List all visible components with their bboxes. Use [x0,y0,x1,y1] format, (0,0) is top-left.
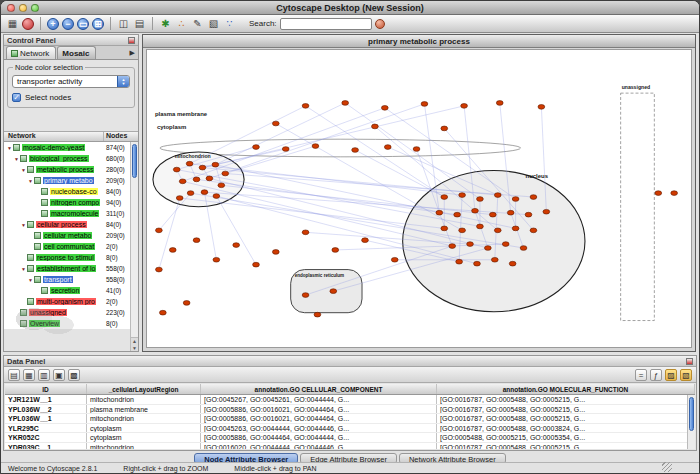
network-node[interactable] [187,191,194,196]
network-node[interactable] [477,224,484,229]
expander-icon[interactable]: ▼ [27,277,34,283]
table-row[interactable]: YKR052Ccytoplasm[GO:0005886, GO:0044464,… [5,433,695,443]
annotation-icon[interactable]: ✎ [191,17,204,30]
table-cell[interactable]: [GO:0045267, GO:0045261, GO:0044444, G..… [201,395,437,404]
import-attributes-icon[interactable]: ▨ [665,369,677,381]
search-input[interactable] [280,18,372,30]
new-attribute-icon[interactable]: ▦ [23,369,35,381]
table-cell[interactable]: YPL036W__1 [5,414,87,423]
network-node[interactable] [502,242,509,247]
table-cell[interactable]: [GO:0016020, GO:0044444, GO:0044446, G..… [201,443,437,450]
table-row[interactable]: YDR039C__1mitochondrion[GO:0016020, GO:0… [5,443,695,450]
tree-row[interactable]: cell communicat2(0) [4,241,138,252]
network-node[interactable] [314,312,321,317]
network-node[interactable] [342,101,349,106]
tree-row[interactable]: ▼transport558(0) [4,274,138,285]
table-cell[interactable]: [GO:0016787, GO:0005488, GO:0005215, G..… [437,443,695,450]
network-node[interactable] [472,208,479,213]
network-node[interactable] [384,145,391,150]
table-cell[interactable]: mitochondrion [87,443,201,450]
search-options-icon[interactable] [375,19,385,29]
tree-column-network[interactable]: Network [4,132,104,141]
network-node[interactable] [193,238,200,243]
zoom-to-fit-icon[interactable]: ⊞ [92,18,104,30]
node-color-dropdown[interactable]: transporter activity ▲▼ [12,75,130,88]
network-node[interactable] [176,196,183,201]
network-node[interactable] [199,165,206,170]
select-attributes-icon[interactable]: ▤ [8,369,20,381]
network-node[interactable] [272,250,279,255]
network-node[interactable] [213,257,220,262]
network-node[interactable] [441,226,448,231]
network-node[interactable] [362,238,369,243]
network-node[interactable] [671,191,678,196]
network-node[interactable] [330,289,337,294]
network-edge[interactable] [345,103,480,199]
table-cell[interactable]: [GO:0005488, GO:0005215, GO:0005354, G..… [437,433,695,442]
tree-row[interactable]: macromolecule311(0) [4,208,138,219]
network-node[interactable] [512,197,519,202]
network-node[interactable] [494,193,501,198]
network-node[interactable] [509,261,516,266]
float-panel-icon[interactable] [128,37,135,44]
column-header[interactable]: ID [5,384,87,394]
network-node[interactable] [183,301,190,306]
network-node[interactable] [491,257,498,262]
tree-row[interactable]: ▼cellular process84(0) [4,219,138,230]
table-cell[interactable]: [GO:0016787, GO:0005488, GO:0005215, G..… [437,405,695,414]
close-window-button[interactable] [7,4,15,12]
network-node[interactable] [512,226,519,231]
network-node[interactable] [454,212,461,217]
network-node[interactable] [253,262,260,267]
expander-icon[interactable]: ▼ [20,222,27,228]
network-overview-icon[interactable]: ◫ [117,17,130,30]
network-node[interactable] [655,191,662,196]
layout-icon[interactable]: ∴ [175,17,188,30]
table-cell[interactable]: cytoplasm [87,433,201,442]
network-node[interactable] [312,144,319,149]
float-data-panel-icon[interactable] [686,358,693,365]
tree-row[interactable]: nucleobase-co84(0) [4,186,138,197]
network-node[interactable] [456,259,463,264]
table-cell[interactable]: [GO:0045263, GO:0044444, GO:0044446, G..… [201,424,437,433]
network-node[interactable] [421,102,428,107]
tree-row[interactable]: ▼establishment of lo558(0) [4,263,138,274]
open-session-icon[interactable]: ▦ [6,17,19,30]
function-builder-icon[interactable]: ƒ [650,369,662,381]
network-node[interactable] [186,161,193,166]
scrollbar-arrows-icon[interactable]: ▲▼ [131,337,138,351]
delete-attribute-icon[interactable]: ▥ [38,369,50,381]
table-cell[interactable]: YDR039C__1 [5,443,87,450]
network-node[interactable] [543,209,550,214]
table-scrollbar[interactable] [687,395,695,449]
network-node[interactable] [530,195,537,200]
network-edge[interactable] [159,198,180,270]
network-edge[interactable] [215,103,345,165]
network-node[interactable] [302,293,309,298]
network-node[interactable] [218,183,225,188]
network-node[interactable] [459,193,466,198]
network-node[interactable] [159,310,166,315]
network-node[interactable] [459,228,466,233]
network-node[interactable] [494,228,501,233]
network-node[interactable] [222,171,229,176]
network-node[interactable] [461,104,468,109]
network-node[interactable] [477,197,484,202]
expander-icon[interactable]: ▼ [20,266,27,272]
network-node[interactable] [272,121,279,126]
network-node[interactable] [441,195,448,200]
network-node[interactable] [496,101,503,106]
column-header[interactable]: annotation.GO MOLECULAR_FUNCTION [437,384,695,394]
network-node[interactable] [233,243,240,248]
table-row[interactable]: YLR295Ccytoplasm[GO:0045263, GO:0044444,… [5,424,695,434]
network-node[interactable] [525,212,532,217]
network-node[interactable] [212,162,219,167]
network-node[interactable] [156,228,163,233]
table-cell[interactable]: plasma membrane [87,405,201,414]
network-edit-icon[interactable]: ∵ [223,17,236,30]
expander-icon[interactable]: ▼ [20,167,27,173]
network-view-titlebar[interactable]: primary metabolic process [143,35,695,48]
network-node[interactable] [179,179,186,184]
network-node[interactable] [507,210,514,215]
network-node[interactable] [413,147,420,152]
